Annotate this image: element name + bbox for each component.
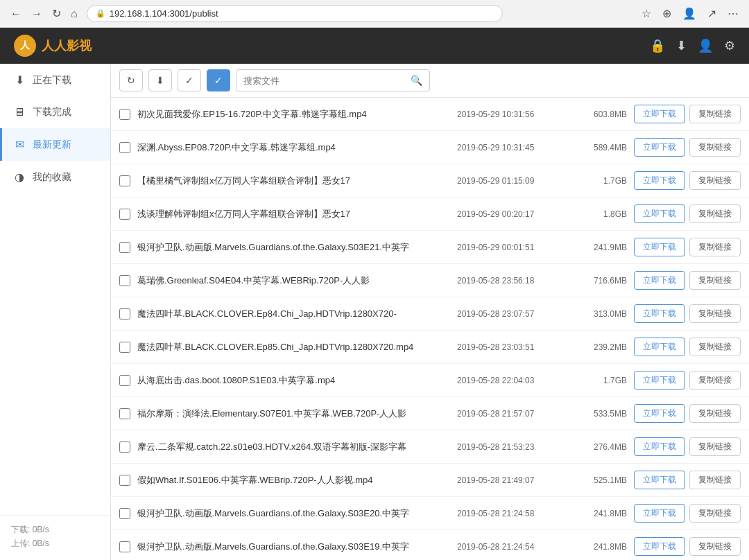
copy-link-button[interactable]: 复制链接 (689, 371, 741, 390)
download-button[interactable]: 立即下载 (634, 537, 685, 556)
copy-link-button[interactable]: 复制链接 (689, 271, 741, 290)
table-row: 魔法四叶草.BLACK.CLOVER.Ep85.Chi_Jap.HDTVrip.… (111, 331, 749, 364)
refresh-toolbar-button[interactable]: ↻ (119, 69, 143, 91)
file-action-buttons: 立即下载 复制链接 (634, 238, 741, 256)
table-row: 魔法四叶草.BLACK.CLOVER.Ep84.Chi_Jap.HDTVrip.… (111, 297, 749, 331)
copy-link-button[interactable]: 复制链接 (689, 304, 741, 323)
file-size: 533.5MB (571, 409, 627, 419)
copy-link-button[interactable]: 复制链接 (689, 338, 741, 356)
file-name: 假如What.If.S01E06.中英字幕.WEBrip.720P-人人影视.m… (137, 474, 450, 487)
download-button[interactable]: 立即下载 (634, 371, 685, 390)
download-button[interactable]: 立即下载 (634, 238, 685, 256)
file-size: 716.6MB (571, 276, 627, 286)
file-checkbox[interactable] (119, 508, 130, 519)
download-button[interactable]: 立即下载 (634, 204, 685, 223)
app-logo: 人 人人影视 (14, 35, 92, 57)
home-button[interactable]: ⌂ (67, 6, 81, 21)
download-button[interactable]: 立即下载 (634, 471, 685, 489)
sidebar-item-downloading[interactable]: ⬇ 正在下载 (0, 64, 110, 96)
file-checkbox[interactable] (119, 441, 130, 453)
file-checkbox[interactable] (119, 375, 130, 386)
download-toolbar-button[interactable]: ⬇ (148, 69, 172, 91)
file-action-buttons: 立即下载 复制链接 (634, 105, 741, 123)
url-text: 192.168.1.104:3001/publist (110, 8, 494, 19)
table-row: 从海底出击.das.boot.1080P.S1E03.中英字幕.mp4 2019… (111, 364, 749, 397)
address-bar[interactable]: 🔒 192.168.1.104:3001/publist (87, 5, 503, 22)
file-checkbox[interactable] (119, 175, 130, 186)
header-icons: 🔒 ⬇ 👤 ⚙ (650, 38, 735, 53)
download-button[interactable]: 立即下载 (634, 271, 685, 290)
menu-icon[interactable]: ⋯ (724, 5, 742, 22)
download-button[interactable]: 立即下载 (634, 404, 685, 423)
file-action-buttons: 立即下载 复制链接 (634, 338, 741, 356)
profile-icon[interactable]: 👤 (679, 5, 700, 22)
file-list: 初次见面我爱你.EP15-16.720P.中文字幕.韩迷字幕组.mp4 2019… (111, 98, 749, 560)
file-checkbox[interactable] (119, 308, 130, 320)
file-name: 魔法四叶草.BLACK.CLOVER.Ep85.Chi_Jap.HDTVrip.… (137, 341, 450, 353)
user-header-icon[interactable]: 👤 (698, 38, 713, 53)
refresh-button[interactable]: ↻ (49, 6, 64, 21)
app-header: 人 人人影视 🔒 ⬇ 👤 ⚙ (0, 28, 749, 64)
back-button[interactable]: ← (7, 6, 25, 21)
copy-link-button[interactable]: 复制链接 (689, 504, 741, 523)
content-area: ↻ ⬇ ✓ ✓ 🔍 初次见面我爱你.EP15-16.720P.中文字幕.韩迷字幕… (111, 64, 749, 560)
copy-link-button[interactable]: 复制链接 (689, 204, 741, 223)
file-checkbox[interactable] (119, 275, 130, 286)
copy-link-button[interactable]: 复制链接 (689, 171, 741, 190)
copy-link-button[interactable]: 复制链接 (689, 471, 741, 489)
file-name: 浅谈理解韩评制组x亿万同人字幕组联合评制】恶女17 (137, 208, 450, 220)
file-checkbox[interactable] (119, 109, 130, 120)
download-header-icon[interactable]: ⬇ (676, 38, 687, 53)
download-button[interactable]: 立即下载 (634, 437, 685, 456)
sidebar-label-downloading: 正在下载 (33, 74, 71, 87)
table-row: 初次见面我爱你.EP15-16.720P.中文字幕.韩迷字幕组.mp4 2019… (111, 98, 749, 131)
main-layout: ⬇ 正在下载 🖥 下载完成 ✉ 最新更新 ◑ 我的收藏 下载: 0B/s 上传:… (0, 64, 749, 560)
search-box[interactable]: 🔍 (236, 69, 430, 91)
copy-link-button[interactable]: 复制链接 (689, 105, 741, 123)
app-container: 人 人人影视 🔒 ⬇ 👤 ⚙ ⬇ 正在下载 🖥 下载完成 ✉ 最新更新 (0, 28, 749, 560)
copy-link-button[interactable]: 复制链接 (689, 437, 741, 456)
file-checkbox[interactable] (119, 242, 130, 253)
file-checkbox[interactable] (119, 408, 130, 419)
file-action-buttons: 立即下载 复制链接 (634, 171, 741, 190)
share-icon[interactable]: ↗ (704, 5, 720, 22)
sidebar-item-latest[interactable]: ✉ 最新更新 (0, 128, 110, 161)
download-button[interactable]: 立即下载 (634, 138, 685, 157)
copy-link-button[interactable]: 复制链接 (689, 404, 741, 423)
bookmark-icon[interactable]: ☆ (638, 5, 655, 22)
download-button[interactable]: 立即下载 (634, 105, 685, 123)
file-size: 1.8GB (571, 209, 627, 219)
favorites-icon: ◑ (13, 170, 26, 184)
table-row: 银河护卫队.动画版.Marvels.Guardians.of.the.Galax… (111, 231, 749, 264)
download-button[interactable]: 立即下载 (634, 504, 685, 523)
settings-header-icon[interactable]: ⚙ (724, 38, 735, 53)
copy-link-button[interactable]: 复制链接 (689, 537, 741, 556)
file-checkbox[interactable] (119, 475, 130, 486)
file-checkbox[interactable] (119, 142, 130, 153)
sidebar-item-favorites[interactable]: ◑ 我的收藏 (0, 161, 110, 193)
sidebar: ⬇ 正在下载 🖥 下载完成 ✉ 最新更新 ◑ 我的收藏 下载: 0B/s 上传:… (0, 64, 111, 560)
file-size: 241.9MB (571, 243, 627, 252)
file-checkbox[interactable] (119, 541, 130, 552)
extensions-icon[interactable]: ⊕ (659, 5, 675, 22)
download-button[interactable]: 立即下载 (634, 171, 685, 190)
download-button[interactable]: 立即下载 (634, 304, 685, 323)
file-size: 313.0MB (571, 309, 627, 319)
file-name: 初次见面我爱你.EP15-16.720P.中文字幕.韩迷字幕组.mp4 (137, 108, 450, 121)
file-name: 摩云.二条军规.catch.22.s01e03.HDTV.x264.双语字幕初版… (137, 441, 450, 453)
sidebar-footer: 下载: 0B/s 上传: 0B/s (0, 515, 110, 560)
forward-button[interactable]: → (28, 6, 46, 21)
check-all-toolbar-button[interactable]: ✓ (207, 69, 230, 91)
file-checkbox[interactable] (119, 209, 130, 220)
download-button[interactable]: 立即下载 (634, 338, 685, 356)
copy-link-button[interactable]: 复制链接 (689, 138, 741, 157)
file-action-buttons: 立即下载 复制链接 (634, 471, 741, 489)
check-toolbar-button[interactable]: ✓ (178, 69, 201, 91)
search-input[interactable] (243, 76, 406, 86)
copy-link-button[interactable]: 复制链接 (689, 238, 741, 256)
file-checkbox[interactable] (119, 342, 130, 353)
file-action-buttons: 立即下载 复制链接 (634, 271, 741, 290)
sidebar-item-completed[interactable]: 🖥 下载完成 (0, 96, 110, 128)
lock-header-icon[interactable]: 🔒 (650, 38, 665, 53)
lock-icon: 🔒 (96, 9, 105, 18)
